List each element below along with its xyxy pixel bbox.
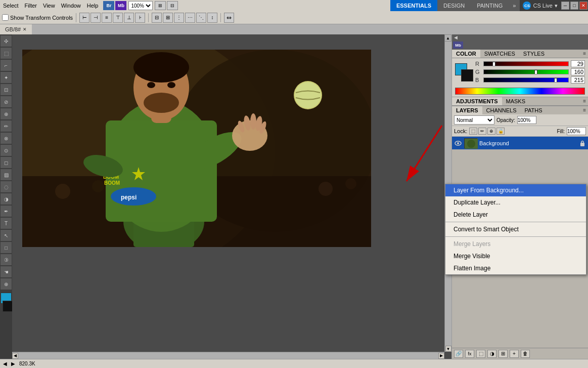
- menu-select[interactable]: Select: [0, 2, 22, 10]
- tool-shape[interactable]: □: [1, 242, 12, 253]
- layer-visibility-icon[interactable]: [454, 139, 462, 147]
- align-top-btn[interactable]: ⊤: [113, 13, 123, 23]
- status-nav-left[interactable]: ◀: [3, 361, 7, 366]
- tool-heal[interactable]: ⊕: [1, 108, 12, 119]
- menu-window[interactable]: Window: [58, 2, 84, 10]
- scroll-up-btn[interactable]: ▲: [444, 34, 451, 42]
- transform-controls-label[interactable]: Show Transform Controls: [2, 14, 73, 21]
- lock-all-btn[interactable]: 🔒: [496, 128, 505, 135]
- tab-swatches[interactable]: SWATCHES: [480, 50, 519, 58]
- dist-5-btn[interactable]: ⋱: [196, 13, 206, 23]
- lock-position-btn[interactable]: ✏: [478, 128, 486, 135]
- g-slider-track[interactable]: [483, 69, 569, 74]
- hscroll-left[interactable]: ◀: [12, 353, 18, 359]
- tool-crop[interactable]: ⊡: [1, 84, 12, 95]
- ws-essentials[interactable]: ESSENTIALS: [390, 0, 437, 11]
- align-left-btn[interactable]: ⊢: [79, 13, 89, 23]
- cs-live-btn[interactable]: CS CS Live ▾: [520, 0, 561, 11]
- tool-clone[interactable]: ⊗: [1, 133, 12, 144]
- lock-link-btn[interactable]: ⊕: [487, 128, 495, 135]
- b-value-input[interactable]: [571, 76, 585, 84]
- canvas-area[interactable]: ▲: [12, 34, 451, 359]
- vscroll-down[interactable]: ▼: [445, 346, 451, 352]
- view-mode-btn[interactable]: ⊟: [167, 1, 178, 10]
- ws-more[interactable]: »: [509, 0, 520, 11]
- tab-paths[interactable]: PATHS: [521, 106, 547, 114]
- ctx-layer-from-bg[interactable]: Layer From Background...: [445, 184, 586, 196]
- dist-4-btn[interactable]: ⋯: [185, 13, 195, 23]
- dist-3-btn[interactable]: ⋮: [174, 13, 184, 23]
- canvas-hscroll[interactable]: ◀ ▶: [12, 352, 444, 359]
- tool-dodge[interactable]: ◑: [1, 193, 12, 205]
- tool-marquee[interactable]: ⬚: [1, 48, 12, 59]
- ctx-flatten-image[interactable]: Flatten Image: [445, 262, 586, 274]
- arrange-btn[interactable]: ⊞: [155, 1, 166, 10]
- r-value-input[interactable]: [571, 60, 585, 67]
- tool-gradient[interactable]: ▨: [1, 169, 12, 180]
- tab-color[interactable]: COLOR: [452, 50, 480, 58]
- adjustment-layer-btn[interactable]: ◑: [487, 350, 496, 358]
- blend-mode-select[interactable]: Normal: [454, 115, 494, 125]
- menu-help[interactable]: Help: [84, 2, 102, 10]
- tab-layers[interactable]: LAYERS: [452, 106, 482, 114]
- lock-pixels-btn[interactable]: ⬚: [469, 128, 477, 135]
- tool-eraser[interactable]: ◻: [1, 157, 12, 168]
- ws-design[interactable]: DESIGN: [437, 0, 471, 11]
- tool-blur[interactable]: ◌: [1, 181, 12, 192]
- tool-lasso[interactable]: ⌐: [1, 60, 12, 71]
- minimize-btn[interactable]: ─: [561, 2, 569, 10]
- r-slider-track[interactable]: [483, 61, 569, 66]
- panel-collapse-top[interactable]: ◀: [452, 34, 588, 40]
- tool-brush[interactable]: ✏: [1, 120, 12, 132]
- maximize-btn[interactable]: □: [570, 2, 578, 10]
- tab-close-btn[interactable]: ✕: [23, 27, 27, 32]
- tab-styles[interactable]: STYLES: [519, 50, 549, 58]
- tool-path-select[interactable]: ↖: [1, 230, 12, 241]
- align-right-btn[interactable]: ≡: [102, 13, 112, 23]
- mini-bridge-btn[interactable]: Mb: [115, 1, 126, 10]
- new-layer-btn[interactable]: +: [510, 350, 519, 358]
- tab-adjustments[interactable]: ADJUSTMENTS: [452, 97, 502, 105]
- tool-3d[interactable]: ③: [1, 254, 12, 265]
- align-bottom-btn[interactable]: ⊦: [135, 13, 145, 23]
- ctx-convert-smart[interactable]: Convert to Smart Object: [445, 223, 586, 235]
- opacity-input[interactable]: [517, 116, 536, 124]
- color-panel-menu[interactable]: ≡: [581, 50, 588, 58]
- auto-align-btn[interactable]: ⇔: [224, 13, 234, 23]
- close-btn[interactable]: ✕: [579, 2, 587, 10]
- document-tab[interactable]: GB/8# ✕: [0, 24, 32, 34]
- dist-6-btn[interactable]: ↕: [207, 13, 217, 23]
- zoom-select[interactable]: 100%: [128, 1, 153, 10]
- ctx-duplicate-layer[interactable]: Duplicate Layer...: [445, 196, 586, 209]
- menu-filter[interactable]: Filter: [22, 2, 40, 10]
- fill-input[interactable]: [567, 127, 586, 135]
- link-layers-btn[interactable]: 🔗: [454, 350, 463, 358]
- delete-layer-btn[interactable]: 🗑: [521, 350, 530, 358]
- layers-panel-menu[interactable]: ≡: [581, 106, 588, 114]
- b-thumb[interactable]: [554, 78, 557, 83]
- tool-eyedropper[interactable]: ⊘: [1, 96, 12, 107]
- tool-zoom[interactable]: ⊕: [1, 278, 12, 290]
- transform-controls-checkbox[interactable]: [2, 14, 9, 21]
- ws-painting[interactable]: PAINTING: [471, 0, 509, 11]
- align-middle-btn[interactable]: ⊥: [124, 13, 134, 23]
- tool-type[interactable]: T: [1, 218, 12, 229]
- adjustments-panel-menu[interactable]: ≡: [581, 97, 588, 105]
- tool-history[interactable]: ⊙: [1, 145, 12, 156]
- ctx-delete-layer[interactable]: Delete Layer: [445, 209, 586, 221]
- status-nav-right[interactable]: ▶: [11, 361, 15, 366]
- background-swatch[interactable]: [461, 69, 473, 81]
- layer-row[interactable]: Background: [452, 137, 588, 150]
- tool-hand[interactable]: ☚: [1, 266, 12, 277]
- tool-pen[interactable]: ✒: [1, 206, 12, 217]
- align-center-btn[interactable]: ⊣: [91, 13, 101, 23]
- tool-wand[interactable]: ✦: [1, 72, 12, 83]
- hscroll-right[interactable]: ▶: [438, 353, 444, 359]
- ctx-merge-visible[interactable]: Merge Visible: [445, 250, 586, 262]
- bridge-btn[interactable]: Br: [103, 1, 114, 10]
- tab-channels[interactable]: CHANNELS: [482, 106, 521, 114]
- mb-icon[interactable]: Mb: [453, 42, 463, 49]
- g-value-input[interactable]: [571, 68, 585, 75]
- r-thumb[interactable]: [492, 62, 495, 66]
- tool-move[interactable]: ✣: [1, 35, 12, 47]
